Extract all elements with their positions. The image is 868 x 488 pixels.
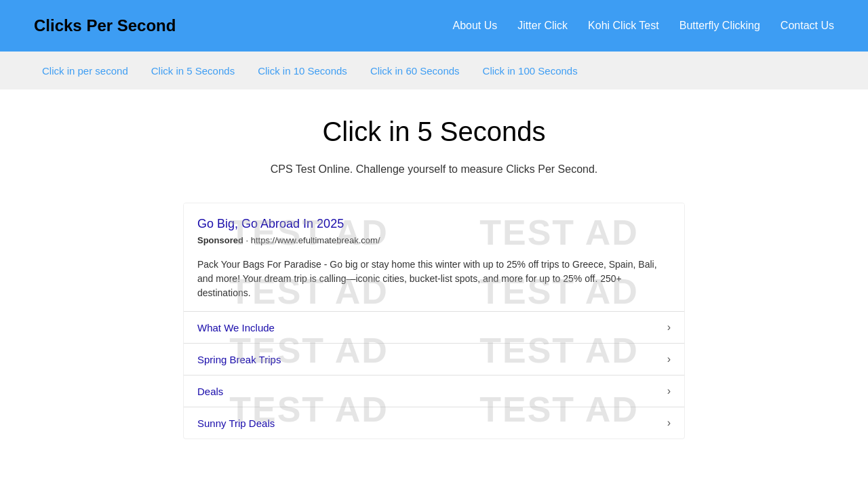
chevron-icon-1: › [667,353,671,365]
ad-url: https://www.efultimatebreak.com/ [251,235,380,245]
subnav-click-100s[interactable]: Click in 100 Seconds [475,60,586,82]
ad-links: What We Include › Spring Break Trips › D… [184,311,684,439]
nav-kohi-click-test[interactable]: Kohi Click Test [588,20,659,32]
ad-meta: Sponsored · https://www.efultimatebreak.… [197,235,671,245]
chevron-icon-3: › [667,417,671,429]
header: Clicks Per Second About Us Jitter Click … [0,0,868,52]
ad-header: Go Big, Go Abroad In 2025 Sponsored · ht… [184,203,684,258]
subnav-click-per-second[interactable]: Click in per second [34,60,136,82]
chevron-icon-2: › [667,385,671,397]
ad-description: Pack Your Bags For Paradise - Go big or … [184,258,684,311]
ad-separator: · [246,235,251,245]
page-description: CPS Test Online. Challenge yourself to m… [34,163,834,176]
chevron-icon-0: › [667,321,671,333]
ad-container: TEST AD TEST AD TEST AD TEST AD TEST AD … [183,203,685,439]
nav-about-us[interactable]: About Us [452,20,497,32]
ad-title-link[interactable]: Go Big, Go Abroad In 2025 [197,217,671,231]
main-content: Click in 5 Seconds CPS Test Online. Chal… [0,89,868,466]
ad-sponsored-label: Sponsored [197,235,243,245]
nav-contact-us[interactable]: Contact Us [781,20,834,32]
subnav-click-60s[interactable]: Click in 60 Seconds [362,60,468,82]
ad-link-sunny-trip[interactable]: Sunny Trip Deals › [184,407,684,439]
subnav: Click in per second Click in 5 Seconds C… [0,52,868,89]
page-title: Click in 5 Seconds [34,117,834,147]
ad-link-label-0: What We Include [197,322,275,333]
ad-link-label-2: Deals [197,386,223,397]
nav-jitter-click[interactable]: Jitter Click [517,20,568,32]
ad-link-what-we-include[interactable]: What We Include › [184,312,684,344]
ad-link-label-1: Spring Break Trips [197,354,281,365]
nav-butterfly-clicking[interactable]: Butterfly Clicking [679,20,760,32]
header-nav: About Us Jitter Click Kohi Click Test Bu… [452,20,834,32]
ad-link-label-3: Sunny Trip Deals [197,418,275,429]
site-logo[interactable]: Clicks Per Second [34,16,176,35]
ad-link-deals[interactable]: Deals › [184,375,684,407]
subnav-click-10s[interactable]: Click in 10 Seconds [250,60,355,82]
ad-link-spring-break[interactable]: Spring Break Trips › [184,344,684,375]
subnav-click-5s[interactable]: Click in 5 Seconds [143,60,243,82]
